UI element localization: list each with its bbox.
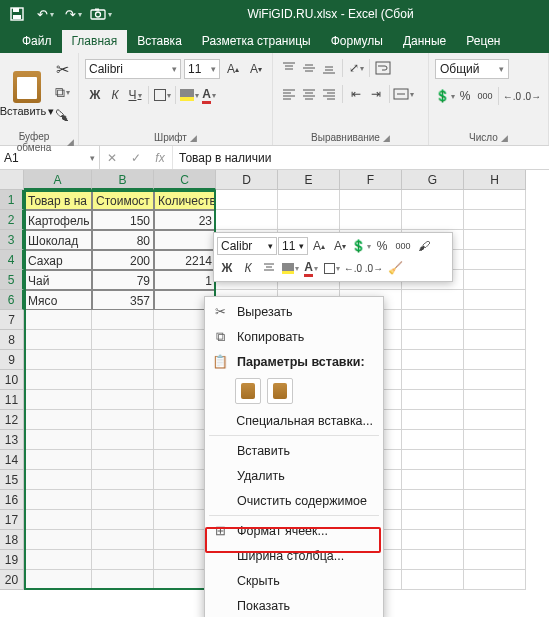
cell[interactable]: [278, 210, 340, 230]
ctx-hide[interactable]: Скрыть: [205, 568, 383, 593]
cell[interactable]: [92, 510, 154, 530]
cell[interactable]: [92, 410, 154, 430]
mini-fill-color[interactable]: ▾: [280, 258, 300, 278]
cell[interactable]: [464, 530, 526, 550]
cell[interactable]: [464, 270, 526, 290]
row-header-12[interactable]: 12: [0, 410, 24, 430]
cell[interactable]: [24, 550, 92, 570]
align-left-button[interactable]: [279, 84, 299, 104]
cell[interactable]: [402, 410, 464, 430]
cell[interactable]: [464, 310, 526, 330]
mini-size-combo[interactable]: 11▾: [278, 237, 308, 255]
alignment-launcher-icon[interactable]: ◢: [383, 133, 390, 143]
cell[interactable]: [92, 350, 154, 370]
font-size-combo[interactable]: 11▾: [184, 59, 220, 79]
merge-center-button[interactable]: ▾: [393, 84, 414, 104]
col-header-H[interactable]: H: [464, 170, 526, 190]
cell[interactable]: [402, 510, 464, 530]
cell[interactable]: [464, 190, 526, 210]
row-headers[interactable]: 1234567891011121314151617181920: [0, 190, 24, 590]
mini-borders[interactable]: ▾: [322, 258, 342, 278]
cell[interactable]: [464, 550, 526, 570]
align-right-button[interactable]: [319, 84, 339, 104]
cell[interactable]: [464, 430, 526, 450]
mini-italic[interactable]: К: [238, 258, 258, 278]
number-format-combo[interactable]: Общий▾: [435, 59, 509, 79]
mini-increase-decimal[interactable]: ←.0: [343, 258, 363, 278]
mini-decrease-decimal[interactable]: .0→: [364, 258, 384, 278]
tab-insert[interactable]: Вставка: [127, 30, 192, 53]
mini-increase-font[interactable]: A▴: [309, 236, 329, 256]
camera-button[interactable]: ▾: [90, 3, 112, 25]
cell[interactable]: [464, 490, 526, 510]
cell-C5[interactable]: 1: [154, 270, 216, 290]
cell[interactable]: [464, 390, 526, 410]
cell-A2[interactable]: Картофель: [24, 210, 92, 230]
formula-input[interactable]: Товар в наличии: [173, 146, 549, 169]
cell[interactable]: [216, 190, 278, 210]
mini-comma[interactable]: 000: [393, 236, 413, 256]
cell-B3[interactable]: 80: [92, 230, 154, 250]
ctx-copy[interactable]: ⧉Копировать: [205, 324, 383, 349]
mini-percent[interactable]: %: [372, 236, 392, 256]
row-header-3[interactable]: 3: [0, 230, 24, 250]
currency-button[interactable]: 💲▾: [435, 86, 455, 106]
cell[interactable]: [464, 210, 526, 230]
cell[interactable]: [464, 410, 526, 430]
font-launcher-icon[interactable]: ◢: [190, 133, 197, 143]
tab-data[interactable]: Данные: [393, 30, 456, 53]
format-painter-button[interactable]: 🖌: [52, 105, 72, 125]
ctx-clear[interactable]: Очистить содержимое: [205, 488, 383, 513]
cell[interactable]: [464, 510, 526, 530]
increase-decimal-button[interactable]: ←.0: [502, 86, 522, 106]
cell[interactable]: [278, 190, 340, 210]
cell-B2[interactable]: 150: [92, 210, 154, 230]
cell-C4[interactable]: 2214: [154, 250, 216, 270]
cell-B4[interactable]: 200: [92, 250, 154, 270]
row-header-17[interactable]: 17: [0, 510, 24, 530]
cell[interactable]: [92, 450, 154, 470]
cell-C2[interactable]: 23: [154, 210, 216, 230]
italic-button[interactable]: К: [105, 85, 125, 105]
cell[interactable]: [464, 290, 526, 310]
align-top-button[interactable]: [279, 58, 299, 78]
cell[interactable]: [402, 210, 464, 230]
paste-option-values[interactable]: [267, 378, 293, 404]
cell-B6[interactable]: 357: [92, 290, 154, 310]
ctx-column-width[interactable]: Ширина столбца...: [205, 543, 383, 568]
row-header-19[interactable]: 19: [0, 550, 24, 570]
cell[interactable]: [402, 330, 464, 350]
row-header-14[interactable]: 14: [0, 450, 24, 470]
tab-page-layout[interactable]: Разметка страницы: [192, 30, 321, 53]
mini-font-color[interactable]: A▾: [301, 258, 321, 278]
mini-clear-format[interactable]: 🧹: [385, 258, 405, 278]
cell[interactable]: [402, 490, 464, 510]
cell[interactable]: [24, 390, 92, 410]
row-header-15[interactable]: 15: [0, 470, 24, 490]
row-header-5[interactable]: 5: [0, 270, 24, 290]
col-header-G[interactable]: G: [402, 170, 464, 190]
cell[interactable]: [24, 310, 92, 330]
increase-font-button[interactable]: A▴: [223, 59, 243, 79]
ctx-show[interactable]: Показать: [205, 593, 383, 617]
ctx-insert[interactable]: Вставить: [205, 438, 383, 463]
cell[interactable]: [402, 550, 464, 570]
formula-accept-button[interactable]: ✓: [124, 148, 148, 168]
row-header-4[interactable]: 4: [0, 250, 24, 270]
decrease-font-button[interactable]: A▾: [246, 59, 266, 79]
save-button[interactable]: [6, 3, 28, 25]
cell[interactable]: [464, 230, 526, 250]
number-launcher-icon[interactable]: ◢: [501, 133, 508, 143]
bold-button[interactable]: Ж: [85, 85, 105, 105]
cell[interactable]: [24, 350, 92, 370]
row-header-16[interactable]: 16: [0, 490, 24, 510]
mini-font-combo[interactable]: Calibr▾: [217, 237, 277, 255]
cell[interactable]: [402, 190, 464, 210]
col-header-E[interactable]: E: [278, 170, 340, 190]
cell[interactable]: [92, 390, 154, 410]
ctx-cut[interactable]: ✂Вырезать: [205, 299, 383, 324]
cell[interactable]: [402, 570, 464, 590]
ctx-paste-special[interactable]: Специальная вставка...: [205, 408, 383, 433]
row-header-6[interactable]: 6: [0, 290, 24, 310]
cell[interactable]: [92, 430, 154, 450]
